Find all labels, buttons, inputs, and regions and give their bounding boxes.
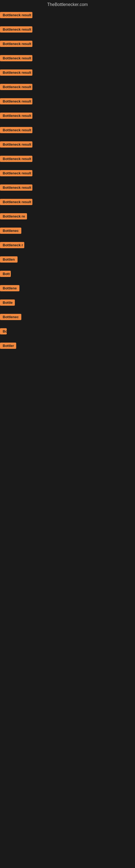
- bottleneck-badge: Bottleneck result: [0, 12, 32, 18]
- list-item: Bottlene: [0, 283, 135, 298]
- bottleneck-badge: Bottleneck result: [0, 184, 32, 191]
- bottleneck-badge: Bottleneck re: [0, 213, 27, 219]
- bottleneck-badge: Bottleneck result: [0, 170, 32, 176]
- list-item: Bottlen: [0, 255, 135, 269]
- list-item: Bottleneck result: [0, 25, 135, 39]
- list-item: Bottleneck result: [0, 168, 135, 183]
- list-item: Bottleneck result: [0, 54, 135, 68]
- list-item: Bottleneck result: [0, 111, 135, 125]
- bottleneck-badge: Bottle: [0, 300, 15, 306]
- bottleneck-badge: Bottleneck r: [0, 242, 24, 248]
- list-item: Bottleneck result: [0, 10, 135, 25]
- list-item: Bottlenec: [0, 312, 135, 327]
- list-item: Bottleneck result: [0, 154, 135, 168]
- list-item: Bottlenec: [0, 226, 135, 240]
- bottleneck-badge: Bottleneck result: [0, 55, 32, 61]
- list-item: Bottleneck result: [0, 140, 135, 154]
- bottleneck-badge: Bottleneck result: [0, 113, 32, 119]
- list-item: Bottle: [0, 298, 135, 312]
- bottleneck-badge: Bottleneck result: [0, 26, 32, 33]
- list-item: Bottleneck result: [0, 125, 135, 140]
- list-item: Bottleneck result: [0, 39, 135, 54]
- bottleneck-badge: Bottleneck result: [0, 156, 32, 162]
- list-item: Bottleneck re: [0, 212, 135, 226]
- list-item: Bottleneck result: [0, 68, 135, 82]
- bottleneck-badge: Bottleneck result: [0, 84, 32, 90]
- bottleneck-badge: Bottleneck result: [0, 127, 32, 133]
- bottleneck-badge: Bottleneck result: [0, 199, 32, 205]
- list-item: Bottleneck r: [0, 240, 135, 255]
- bottleneck-badge: Bottlenec: [0, 314, 21, 320]
- bottleneck-badge: Bottleneck result: [0, 98, 32, 104]
- bottleneck-badge: Bottlen: [0, 256, 17, 262]
- list-item: Bottleneck result: [0, 82, 135, 97]
- bottleneck-badge: Bottler: [0, 343, 16, 349]
- bottleneck-badge: Bottlene: [0, 285, 19, 291]
- page-container: TheBottlenecker.com Bottleneck resultBot…: [0, 0, 135, 355]
- list-item: Bo: [0, 327, 135, 341]
- site-title: TheBottlenecker.com: [0, 0, 135, 10]
- list-item: Bottleneck result: [0, 183, 135, 197]
- list-item: Bottler: [0, 341, 135, 355]
- bottleneck-badge: Bottleneck result: [0, 41, 32, 47]
- bottleneck-badge: Bott: [0, 271, 11, 277]
- bottleneck-badge: Bottleneck result: [0, 141, 32, 148]
- list-item: Bottleneck result: [0, 97, 135, 111]
- list-item: Bottleneck result: [0, 197, 135, 212]
- bottleneck-badge: Bottleneck result: [0, 69, 32, 76]
- bottleneck-badge: Bo: [0, 328, 7, 335]
- list-item: Bott: [0, 269, 135, 283]
- bottleneck-badge: Bottlenec: [0, 227, 21, 234]
- items-list: Bottleneck resultBottleneck resultBottle…: [0, 10, 135, 355]
